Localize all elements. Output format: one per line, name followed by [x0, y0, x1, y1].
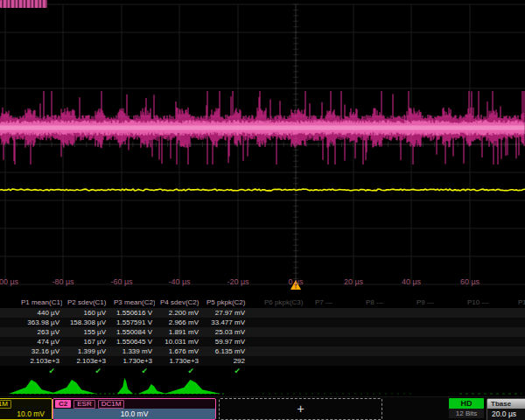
measurement-status-check: ✔	[158, 366, 201, 376]
c1-trace[interactable]	[0, 189, 525, 191]
c2-badge: C2	[55, 400, 71, 408]
measurement-value: 1.730e+3	[158, 356, 201, 366]
measurement-status-check: ✔	[66, 366, 108, 376]
measurement-column-inactive: P6 pkpk(C3)	[262, 298, 311, 376]
measurement-value: 25.03 mV	[205, 327, 248, 337]
measurement-column-inactive: P10 ---	[466, 298, 514, 376]
time-axis-label: -20 µs	[214, 277, 262, 286]
measurement-value: 1.730e+3	[112, 356, 155, 366]
measurement-column: P3 mean(C2)1.550616 V1.557591 V1.550084 …	[112, 298, 155, 376]
measurement-column-inactive: P9 ---	[415, 298, 463, 376]
measurement-column: P5 pkpk(C2)27.97 mV33.477 mV25.03 mV59.9…	[205, 298, 248, 376]
measurement-value: 2.103e+3	[66, 356, 108, 366]
measurement-header[interactable]: P9 ---	[415, 298, 463, 308]
oscilloscope-screen: { "grid": { "time_labels": ["-100 µs", "…	[0, 0, 525, 420]
measurement-column: P2 sdev(C1)160 µV158.308 µV155 µV167 µV1…	[66, 298, 108, 376]
measurement-header[interactable]: P11	[516, 298, 525, 308]
time-axis-label: -40 µs	[156, 277, 203, 286]
measurement-value: 1.550645 V	[112, 337, 155, 346]
time-axis-label: 60 µs	[446, 277, 494, 286]
hd-bits-label: 12 Bits	[449, 409, 484, 418]
histicon[interactable]	[164, 380, 220, 394]
time-axis-label: 20 µs	[330, 277, 377, 286]
measurement-column-inactive: P11	[516, 298, 525, 376]
c1-volts-per-div: 10.0 mV	[0, 409, 52, 419]
measurement-value: 1.550616 V	[112, 308, 155, 318]
measurement-column: P4 sdev(C2)2.200 mV2.966 mV1.891 mV10.03…	[158, 298, 201, 376]
descriptor-bar: C1 DC1M 10.0 mV C2 ESR DC1M 10.0 mV + HD…	[0, 396, 525, 420]
c1-descriptor-top: C1 DC1M	[0, 399, 52, 409]
measurement-table: P1 mean(C1)440 µV363.98 µV263 µV474 µV32…	[0, 298, 525, 376]
time-axis-label: -80 µs	[39, 277, 87, 286]
histicon[interactable]	[51, 380, 96, 394]
measurement-column-inactive: P8 ---	[364, 298, 412, 376]
time-axis-label: -100 µs	[0, 277, 29, 286]
c2-trace-center	[0, 126, 524, 130]
c2-trace-label-badge	[0, 0, 47, 8]
measurement-value: 1.339 mV	[112, 346, 155, 356]
measurement-status-check: ✔	[19, 366, 62, 376]
measurement-header[interactable]: P7 ---	[313, 298, 361, 308]
measurement-value: 32.16 µV	[19, 346, 62, 356]
measurement-value: 160 µV	[66, 308, 108, 318]
hd-mode-indicator[interactable]: HD 12 Bits	[449, 398, 484, 419]
measurement-value: 6.135 mV	[205, 346, 248, 356]
timebase-value: 20.0 µs	[487, 409, 525, 420]
measurement-value: 1.550084 V	[112, 327, 155, 337]
c2-volts-per-div: 10.0 mV	[53, 409, 215, 419]
measurement-value: 158.308 µV	[66, 318, 108, 327]
measurement-value: 1.676 mV	[158, 346, 201, 356]
measurement-header[interactable]: P1 mean(C1)	[19, 298, 62, 308]
measurement-header[interactable]: P5 pkpk(C2)	[205, 298, 248, 308]
hd-badge: HD	[449, 398, 484, 409]
channel-c1-descriptor[interactable]: C1 DC1M 10.0 mV	[0, 398, 52, 420]
waveform-grid: T -100 µs-80 µs-60 µs-40 µs-20 µs0 µs20 …	[0, 0, 525, 290]
measurement-value: 363.98 µV	[19, 318, 62, 327]
measurement-value: 10.031 mV	[158, 337, 201, 346]
measurement-column-inactive: P7 ---	[313, 298, 361, 376]
measurement-value: 2.200 mV	[158, 308, 201, 318]
measurement-value: 2.103e+3	[19, 356, 62, 366]
c1-coupling-badge: DC1M	[0, 400, 11, 409]
measurement-value: 1.399 µV	[66, 346, 108, 356]
measurement-value: 2.966 mV	[158, 318, 201, 327]
timebase-title: Tbase	[487, 399, 525, 409]
measurement-value: 474 µV	[19, 337, 62, 346]
measurement-value: 263 µV	[19, 327, 62, 337]
measurement-column: P1 mean(C1)440 µV363.98 µV263 µV474 µV32…	[19, 298, 62, 376]
graticule-and-traces: T	[0, 0, 525, 290]
measurement-status-check: ✔	[205, 366, 248, 376]
measurement-header[interactable]: P2 sdev(C1)	[66, 298, 108, 308]
measurement-value: 27.97 mV	[205, 308, 248, 318]
measurement-value: 155 µV	[66, 327, 108, 337]
c2-descriptor-top: C2 ESR DC1M	[53, 399, 215, 409]
histicon[interactable]	[117, 378, 133, 394]
measurement-header[interactable]: P8 ---	[364, 298, 412, 308]
measurement-value: 292	[205, 356, 248, 366]
measurement-value: 59.97 mV	[205, 337, 248, 346]
measurement-header[interactable]: P4 sdev(C2)	[158, 298, 201, 308]
channel-c2-descriptor[interactable]: C2 ESR DC1M 10.0 mV	[52, 398, 216, 420]
measurement-value: 1.891 mV	[158, 327, 201, 337]
c2-esr-badge: ESR	[74, 400, 94, 409]
histicon[interactable]	[9, 380, 58, 394]
time-axis-label: 0 µs	[272, 277, 319, 286]
c2-coupling-badge: DC1M	[98, 400, 125, 409]
measurement-value: 1.557591 V	[112, 318, 155, 327]
timebase-descriptor[interactable]: Tbase 20.0 µs	[486, 398, 525, 420]
measurement-header[interactable]: P6 pkpk(C3)	[262, 298, 311, 308]
time-axis: -100 µs-80 µs-60 µs-40 µs-20 µs0 µs20 µs…	[0, 277, 525, 290]
measurement-histicons[interactable]	[0, 376, 525, 396]
measurement-header[interactable]: P10 ---	[466, 298, 514, 308]
measurement-value: 33.477 mV	[205, 318, 248, 327]
measurement-header[interactable]: P3 mean(C2)	[112, 298, 155, 308]
time-axis-label: -60 µs	[98, 277, 145, 286]
measurement-value: 440 µV	[19, 308, 62, 318]
measurement-status-check: ✔	[112, 366, 155, 376]
add-trace-button[interactable]: +	[219, 398, 382, 420]
histicon[interactable]	[138, 384, 166, 394]
measurement-value: 167 µV	[66, 337, 108, 346]
time-axis-label: 40 µs	[388, 277, 435, 286]
